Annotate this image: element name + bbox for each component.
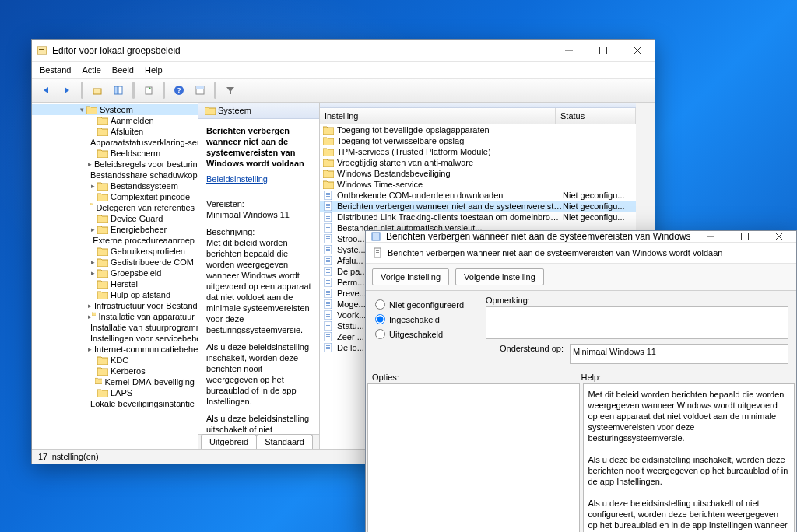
tree-item[interactable]: Apparaatstatusverklaring-service <box>32 137 198 148</box>
policy-header: Berichten verbergen wanneer niet aan de … <box>366 243 796 264</box>
filter-button[interactable] <box>221 81 240 100</box>
tree-panel[interactable]: ▾SysteemAanmeldenAfsluitenApparaatstatus… <box>32 103 198 449</box>
tree-item[interactable]: Delegeren van referenties <box>32 202 198 213</box>
tree-item[interactable]: ▸Infrastructuur voor Bestandsclass <box>32 300 198 311</box>
svg-rect-33 <box>326 238 330 239</box>
tree-item[interactable]: Complexiteit pincode <box>32 191 198 202</box>
tree-item[interactable]: LAPS <box>32 387 198 398</box>
forward-button[interactable] <box>58 81 76 100</box>
list-row[interactable]: Toegang tot beveiligde-opslagapparaten <box>320 124 636 135</box>
svg-rect-57 <box>326 303 330 304</box>
help-button[interactable]: ? <box>170 81 188 100</box>
tab-extended[interactable]: Uitgebreid <box>201 434 257 449</box>
tree-item[interactable]: Device Guard <box>32 213 198 224</box>
maximize-button[interactable] <box>586 40 620 61</box>
svg-rect-1 <box>39 49 44 50</box>
tab-standard[interactable]: Standaard <box>256 434 313 449</box>
svg-rect-62 <box>326 316 330 317</box>
list-row[interactable]: Ontbrekende COM-onderdelen downloadenNie… <box>320 190 636 201</box>
edit-policy-link[interactable]: Beleidsinstelling <box>206 173 268 184</box>
description-panel: Systeem Berichten verbergen wanneer niet… <box>198 103 319 449</box>
tree-item[interactable]: ▸Groepsbeleid <box>32 268 198 278</box>
svg-rect-37 <box>326 249 330 250</box>
tree-item[interactable]: Herstel <box>32 278 198 289</box>
tree-item[interactable]: ▸Energiebeheer <box>32 224 198 235</box>
policy-doc-icon <box>372 247 383 258</box>
policy-icon <box>370 231 381 242</box>
svg-rect-7 <box>93 89 101 94</box>
tree-item[interactable]: Bestandsshare schaduwkopieprov <box>32 170 198 180</box>
radio-not-configured[interactable]: Niet geconfigureerd <box>375 297 469 312</box>
column-instelling[interactable]: Instelling <box>320 108 556 124</box>
policy-header-text: Berichten verbergen wanneer niet aan de … <box>388 248 722 257</box>
svg-rect-2 <box>39 51 44 51</box>
tree-item[interactable]: ▸Bestandssysteem <box>32 180 198 191</box>
policy-title: Berichten verbergen wanneer niet aan de … <box>206 125 311 169</box>
svg-rect-77 <box>742 233 749 240</box>
export-button[interactable] <box>139 81 158 100</box>
svg-rect-38 <box>326 250 330 251</box>
next-setting-button[interactable]: Volgende instelling <box>455 268 544 285</box>
tree-item[interactable]: Kernel-DMA-beveiliging <box>32 376 198 387</box>
svg-rect-45 <box>326 271 330 271</box>
desc-label: Beschrijving: <box>206 226 311 237</box>
menu-beeld[interactable]: Beeld <box>112 65 134 75</box>
req-label: Vereisten: <box>206 198 311 209</box>
prev-setting-button[interactable]: Vorige instelling <box>372 268 449 285</box>
tree-item[interactable]: Afsluiten <box>32 126 198 137</box>
tree-item[interactable]: Kerberos <box>32 366 198 376</box>
window-title: Editor voor lokaal groepsbeleid <box>52 45 552 56</box>
menu-help[interactable]: Help <box>145 65 163 75</box>
tree-item[interactable]: KDC <box>32 355 198 366</box>
tree-item[interactable]: Hulp op afstand <box>32 289 198 300</box>
policy-close-button[interactable] <box>762 231 796 242</box>
tree-item[interactable]: Externe procedureaanroep <box>32 235 198 246</box>
tree-item[interactable]: ▸Internet-communicatiebeheer <box>32 344 198 355</box>
tree-item[interactable]: ▸Gedistribueerde COM <box>32 257 198 268</box>
policy-titlebar[interactable]: Berichten verbergen wanneer niet aan de … <box>366 231 796 243</box>
svg-rect-52 <box>326 291 330 292</box>
svg-rect-24 <box>326 215 330 215</box>
close-button[interactable] <box>620 40 655 61</box>
svg-rect-34 <box>326 240 330 240</box>
list-row[interactable]: Windows Bestandsbeveiliging <box>320 168 636 179</box>
svg-rect-20 <box>326 204 330 205</box>
list-row[interactable]: Vroegtijdig starten van anti-malware <box>320 157 636 168</box>
policy-maximize-button[interactable] <box>728 231 762 242</box>
svg-rect-66 <box>326 327 330 327</box>
tree-root[interactable]: ▾Systeem <box>32 104 198 115</box>
tree-item[interactable]: ▸Installatie van apparatuur <box>32 311 198 322</box>
tree-item[interactable]: Gebruikersprofielen <box>32 246 198 257</box>
menu-bestand[interactable]: Bestand <box>40 65 71 75</box>
tree-item[interactable]: Instellingen voor servicebeheer <box>32 333 198 344</box>
properties-button[interactable] <box>191 81 209 100</box>
svg-rect-17 <box>326 194 330 195</box>
menu-actie[interactable]: Actie <box>82 65 100 75</box>
column-status[interactable]: Status <box>556 108 636 124</box>
policy-minimize-button[interactable] <box>693 231 728 242</box>
radio-disabled[interactable]: Uitgeschakeld <box>375 327 469 341</box>
list-row[interactable]: Windows Time-service <box>320 179 636 190</box>
help-box: Met dit beleid worden berichten bepaald … <box>583 383 795 532</box>
show-hide-tree-button[interactable] <box>109 81 128 100</box>
minimize-button[interactable] <box>552 40 586 61</box>
tree-item[interactable]: Lokale beveiligingsinstantie <box>32 398 198 409</box>
list-row[interactable]: Berichten verbergen wanneer niet aan de … <box>320 201 636 212</box>
radio-enabled[interactable]: Ingeschakeld <box>375 312 469 327</box>
svg-rect-65 <box>326 325 330 326</box>
list-row[interactable]: Toegang tot verwisselbare opslag <box>320 135 636 146</box>
tree-item[interactable]: Aanmelden <box>32 115 198 126</box>
options-box[interactable] <box>367 383 580 532</box>
panel-header-text: Systeem <box>218 106 251 115</box>
tree-item[interactable]: ▸Beleidsregels voor besturingssyst <box>32 159 198 170</box>
tree-item[interactable]: Beeldscherm <box>32 148 198 159</box>
list-row[interactable]: Distributed Link Tracking-clients toesta… <box>320 212 636 222</box>
svg-rect-22 <box>326 207 330 208</box>
comment-textbox[interactable] <box>486 306 788 339</box>
titlebar[interactable]: Editor voor lokaal groepsbeleid <box>32 40 655 62</box>
up-button[interactable] <box>88 81 107 100</box>
tree-item[interactable]: Installatie van stuurprogramma's <box>32 322 198 333</box>
back-button[interactable] <box>37 81 55 100</box>
list-row[interactable]: TPM-services (Trusted Platform Module) <box>320 146 636 157</box>
svg-rect-49 <box>326 282 330 282</box>
